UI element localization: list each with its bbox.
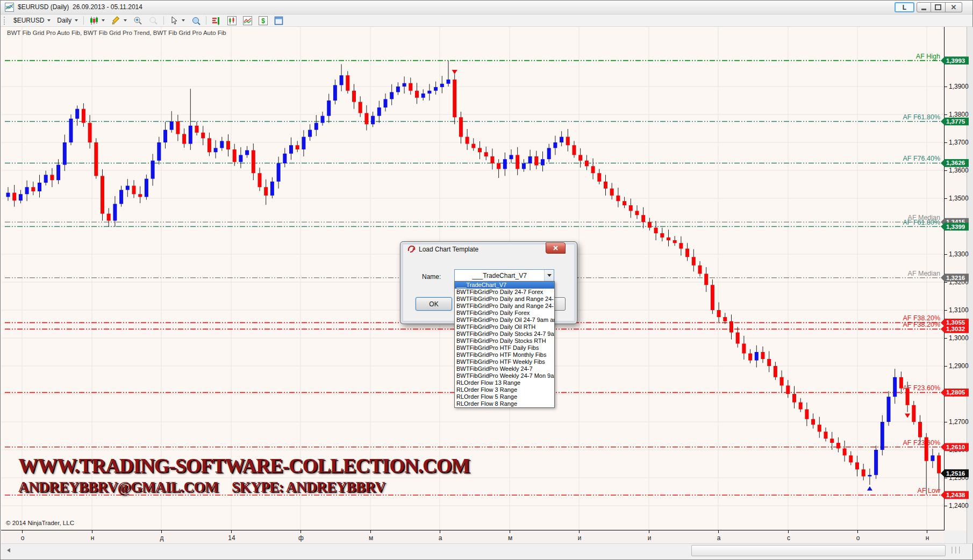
template-option[interactable]: BWTFibGridPro Daily 24-7 Forex <box>455 289 554 296</box>
toolbar-grip[interactable] <box>4 17 7 25</box>
chevron-down-icon <box>47 19 51 21</box>
price-tick <box>945 142 947 143</box>
price-tick <box>945 310 947 311</box>
price-badge: 1,3775 <box>941 117 969 126</box>
toolbar-separator <box>163 16 164 25</box>
price-axis[interactable]: 1,39001,38001,37001,36001,35001,34001,33… <box>944 27 967 530</box>
zoom-out-button[interactable] <box>146 15 161 26</box>
time-tick <box>92 530 92 533</box>
price-tick <box>945 366 947 367</box>
chart-style-button[interactable] <box>86 15 108 26</box>
chevron-down-icon <box>75 19 78 21</box>
chevron-down-icon <box>182 19 185 21</box>
time-tick <box>161 530 162 533</box>
template-option[interactable]: RLOrder Flow 5 Range <box>455 393 554 400</box>
template-option[interactable]: RLOrder Flow 3 Range <box>455 386 554 393</box>
price-tick <box>945 422 947 422</box>
template-option[interactable]: RLOrder Flow 8 Range <box>455 400 554 407</box>
window-title-bar[interactable]: $EURUSD (Daily) 26.09.2013 - 05.11.2014 … <box>1 1 972 15</box>
chart-trader-button[interactable] <box>224 15 240 26</box>
chart-window-icon <box>5 3 14 12</box>
template-option[interactable]: BWTFibGridPro Weekly 24-7 <box>455 365 554 372</box>
close-button[interactable]: ✕ <box>946 2 962 12</box>
draw-button[interactable] <box>108 15 130 26</box>
minimize-button[interactable] <box>917 2 931 12</box>
resize-grip[interactable] <box>951 547 960 554</box>
template-option[interactable]: BWTFibGridPro Daily Oil RTH <box>455 324 554 331</box>
template-option[interactable]: BWTFibGridPro Daily and Range 24-7 F <box>455 303 554 310</box>
price-tick-label: 1,2700 <box>949 418 969 426</box>
template-option[interactable]: BWTFibGridPro Daily Forex <box>455 310 554 317</box>
zoom-out-icon <box>149 16 158 25</box>
template-option[interactable]: BWTFibGridPro HTF Monthly Fibs <box>455 351 554 358</box>
template-option[interactable]: RLOrder Flow 13 Range <box>455 379 554 386</box>
time-tick <box>510 530 510 533</box>
cursor-arrow-icon <box>169 16 178 25</box>
price-badge: 1,2805 <box>941 388 969 397</box>
copyright-label: © 2014 NinjaTrader, LLC <box>6 520 74 526</box>
combobox-value: ___TradeChart_V7 <box>455 272 544 279</box>
price-badge: 1,2610 <box>941 443 969 451</box>
template-option[interactable]: BWTFibGridPro Daily and Range 24-7 <box>455 296 554 303</box>
arrow-left-icon <box>7 548 10 552</box>
price-tick-label: 1,3300 <box>949 250 969 258</box>
template-dropdown-list: ___TradeChart_V7BWTFibGridPro Daily 24-7… <box>454 281 555 408</box>
dialog-title-bar[interactable]: Load Chart Template <box>400 242 577 256</box>
time-axis[interactable]: онд14фмамииасон <box>1 530 944 543</box>
instrument-selector[interactable]: $EURUSD <box>10 15 54 26</box>
time-tick <box>788 530 789 533</box>
template-option[interactable]: BWTFibGridPro Daily Oil 24-7 9am and <box>455 317 554 324</box>
candlestick-style-icon <box>89 16 98 25</box>
template-option[interactable]: BWTFibGridPro Weekly 24-7 Mon 9am <box>455 372 554 379</box>
layout-button[interactable]: L <box>895 2 914 12</box>
month-tick-label: а <box>430 534 451 542</box>
price-tick-label: 1,3500 <box>949 195 969 202</box>
template-name-combobox[interactable]: ___TradeChart_V7 <box>454 269 554 282</box>
ok-button[interactable]: OK <box>416 297 452 311</box>
month-tick-label: ф <box>290 534 312 542</box>
month-tick-label: н <box>82 534 103 542</box>
svg-text:$: $ <box>261 17 265 25</box>
month-tick-label: 14 <box>221 534 242 542</box>
dialog-title: Load Chart Template <box>419 246 478 253</box>
account-button[interactable]: $ <box>255 15 271 26</box>
price-tick <box>945 87 947 87</box>
region-zoom-button[interactable] <box>188 15 204 26</box>
scrollbar-thumb[interactable] <box>691 545 946 556</box>
close-icon: ✕ <box>951 4 957 11</box>
cursor-button[interactable] <box>166 15 188 26</box>
chevron-down-icon <box>124 19 127 21</box>
restore-icon <box>935 4 941 10</box>
template-option[interactable]: BWTFibGridPro Daily Stocks 24-7 9am <box>455 331 554 338</box>
restore-button[interactable] <box>931 2 946 12</box>
template-option[interactable]: BWTFibGridPro Daily Stocks RTH <box>455 338 554 344</box>
dialog-close-button[interactable] <box>546 242 566 254</box>
indicators-button[interactable] <box>240 15 255 26</box>
month-tick-label: а <box>708 534 729 542</box>
template-option[interactable]: BWTFibGridPro HTF Weekly Fibs <box>455 358 554 365</box>
properties-button[interactable] <box>271 15 287 26</box>
price-badge: 1,3399 <box>941 222 969 231</box>
price-tick-label: 1,3900 <box>949 83 969 90</box>
market-depth-button[interactable] <box>209 15 224 26</box>
zoom-in-icon <box>133 16 142 25</box>
scroll-left-button[interactable] <box>4 545 13 555</box>
time-tick <box>649 530 649 533</box>
template-option[interactable]: BWTFibGridPro HTF Daily Fibs <box>455 344 554 351</box>
time-tick <box>579 530 579 533</box>
interval-selector[interactable]: Daily <box>54 15 81 26</box>
price-badge: 1,3032 <box>941 325 969 333</box>
template-option[interactable]: ___TradeChart_V7 <box>455 282 554 289</box>
price-badge: 1,3216 <box>941 274 969 282</box>
indicator-label: BWT Fib Grid Pro Auto Fib, BWT Fib Grid … <box>7 30 226 36</box>
combobox-dropdown-button[interactable] <box>544 270 554 281</box>
time-tick <box>22 530 23 533</box>
zoom-in-button[interactable] <box>130 15 146 26</box>
price-tick-label: 1,2900 <box>949 362 969 370</box>
price-badge: 1,3993 <box>941 56 969 65</box>
chart-window: $EURUSD (Daily) 26.09.2013 - 05.11.2014 … <box>0 0 973 560</box>
chevron-down-icon <box>547 274 552 277</box>
time-tick <box>927 530 927 533</box>
price-tick-label: 1,3600 <box>949 167 969 174</box>
pencil-icon <box>111 16 120 25</box>
